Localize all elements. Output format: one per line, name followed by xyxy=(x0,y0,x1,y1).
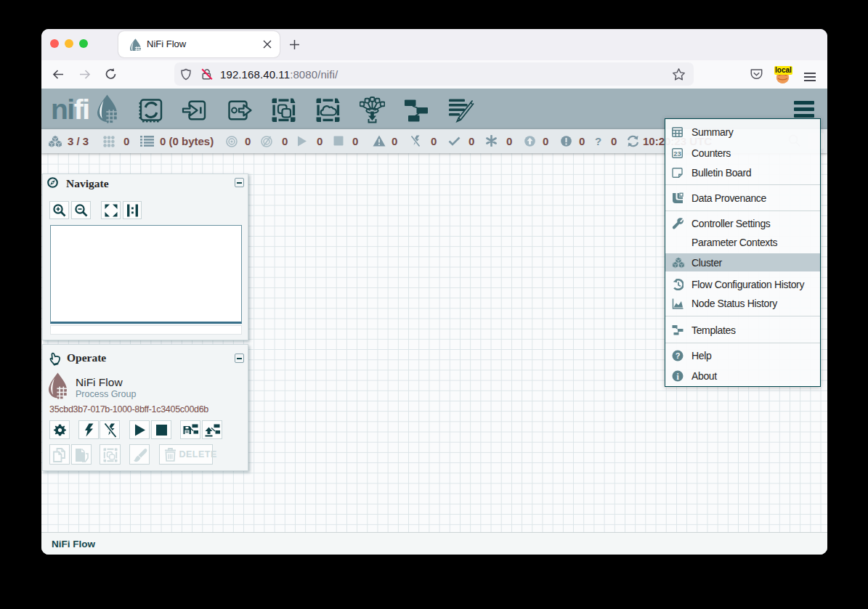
svg-text:?: ? xyxy=(676,351,681,360)
svg-text:23: 23 xyxy=(673,149,681,157)
